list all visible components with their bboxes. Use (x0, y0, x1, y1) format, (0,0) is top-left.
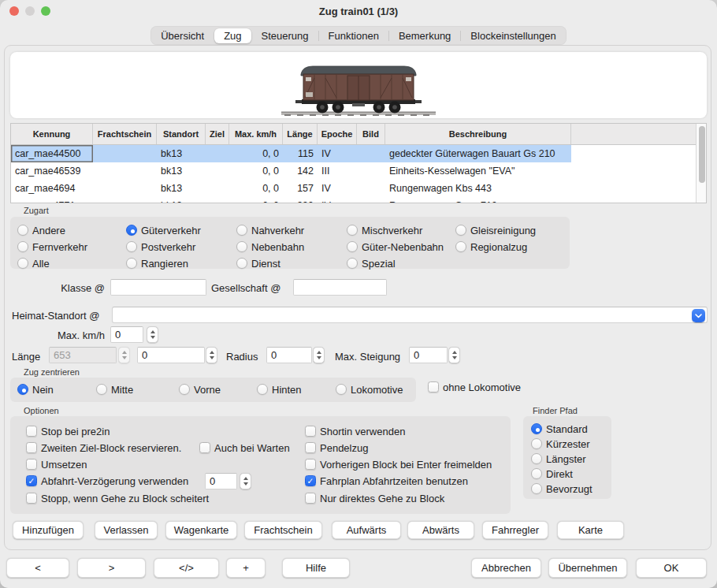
max-steigung-stepper[interactable] (448, 347, 460, 363)
radio-rangieren[interactable]: Rangieren (126, 257, 188, 270)
wagenkarte-button[interactable]: Wagenkarte (165, 521, 237, 539)
tab-uebersicht[interactable]: Übersicht (151, 28, 214, 43)
table-row[interactable]: car_mae46539 bk13 0, 0 142 III Einheits-… (11, 162, 697, 180)
checkbox-auch-bei-warten[interactable]: Auch bei Warten (199, 441, 290, 454)
col-standort[interactable]: Standort (157, 124, 206, 144)
checkbox-abfahrt-verzoegerung[interactable]: Abfahrt-Verzögerung verwenden (26, 474, 188, 487)
radio-gleisreinigung[interactable]: Gleisreinigung (455, 224, 536, 236)
hinzufuegen-button[interactable]: Hinzufügen (13, 521, 84, 539)
radio-direkt[interactable]: Direkt (531, 467, 573, 480)
radio-nein[interactable]: Nein (17, 383, 54, 396)
table-scrollbar[interactable] (696, 124, 706, 203)
table-row[interactable]: car_mae44500 bk13 0, 0 115 IV gedeckter … (11, 145, 697, 162)
checkbox-umsetzen[interactable]: Umsetzen (26, 458, 87, 471)
radio-hinten[interactable]: Hinten (257, 383, 302, 396)
verlassen-button[interactable]: Verlassen (95, 521, 158, 539)
checkbox-ohne-lokomotive[interactable]: ohne Lokomotive (428, 381, 521, 393)
table-header: Kennung Frachtschein Standort Ziel Max. … (11, 124, 697, 145)
table-row[interactable]: car_mae4694 bk13 0, 0 157 IV Rungenwagen… (11, 180, 697, 197)
radio-mischverkehr[interactable]: Mischverkehr (347, 224, 422, 236)
radio-regionalzug[interactable]: Regionalzug (455, 240, 527, 253)
max-kmh-input[interactable] (110, 326, 143, 343)
heimat-standort-label: Heimat-Standort @ (12, 310, 99, 322)
radio-lokomotive[interactable]: Lokomotive (336, 383, 403, 396)
radio-andere[interactable]: Andere (17, 224, 65, 236)
wagon-image (280, 61, 437, 119)
radio-dienst[interactable]: Dienst (236, 257, 280, 270)
finder-pfad-groupbox: Standard Kürzester Längster Direkt Bevor… (523, 416, 611, 499)
table-row[interactable]: car_mae4771 bk13 0, 0 339 IV Rungenwagen… (11, 197, 697, 203)
max-steigung-label: Max. Steigung (335, 351, 400, 363)
radio-gueterverkehr[interactable]: Güterverkehr (126, 224, 201, 236)
abbrechen-button[interactable]: Abbrechen (471, 558, 541, 578)
tab-bemerkung[interactable]: Bemerkung (389, 28, 460, 43)
checkbox-nur-direktes-gehe[interactable]: Nur direktes Gehe zu Block (305, 492, 444, 504)
radio-postverkehr[interactable]: Postverkehr (126, 240, 195, 253)
radio-alle[interactable]: Alle (17, 257, 50, 270)
zugart-groupbox: Andere Güterverkehr Nahverkehr Mischverk… (10, 217, 570, 269)
checkbox-shortin[interactable]: Shortin verwenden (305, 425, 405, 437)
col-max-kmh[interactable]: Max. km/h (229, 124, 283, 144)
prev-button[interactable]: < (6, 558, 69, 578)
window-title: Zug train01 (1/3) (0, 6, 717, 17)
radio-vorne[interactable]: Vorne (179, 383, 221, 396)
col-frachtschein[interactable]: Frachtschein (93, 124, 157, 144)
col-laenge[interactable]: Länge (283, 124, 318, 144)
frachtschein-button[interactable]: Frachtschein (244, 521, 322, 539)
laenge-total-stepper (118, 347, 130, 363)
tab-steuerung[interactable]: Steuerung (252, 28, 318, 43)
radio-fernverkehr[interactable]: Fernverkehr (17, 240, 87, 253)
radio-nebenbahn[interactable]: Nebenbahn (236, 240, 304, 253)
abwaerts-button[interactable]: Abwärts (407, 521, 474, 539)
finder-pfad-group-label: Finder Pfad (533, 406, 578, 415)
checkbox-stop-bei-pre2in[interactable]: Stop bei pre2in (26, 425, 110, 437)
max-kmh-stepper[interactable] (147, 326, 158, 343)
col-epoche[interactable]: Epoche (318, 124, 357, 144)
radio-standard[interactable]: Standard (531, 422, 588, 435)
checkbox-stopp-gehe-zu-block[interactable]: Stopp, wenn Gehe zu Block scheitert (26, 492, 209, 504)
radio-mitte[interactable]: Mitte (96, 383, 133, 396)
zugart-group-label: Zugart (24, 206, 49, 215)
radius-input[interactable] (266, 347, 312, 363)
verzoegerung-input[interactable] (205, 473, 237, 489)
col-kennung[interactable]: Kennung (11, 124, 93, 144)
xml-button[interactable]: </> (154, 558, 219, 578)
radio-bevorzugt[interactable]: Bevorzugt (531, 482, 593, 495)
col-beschreibung[interactable]: Beschreibung (385, 124, 571, 144)
heimat-standort-combobox[interactable] (112, 307, 708, 323)
aufwaerts-button[interactable]: Aufwärts (332, 521, 401, 539)
karte-button[interactable]: Karte (557, 521, 624, 539)
radio-spezial[interactable]: Spezial (347, 257, 396, 270)
gesellschaft-input[interactable] (293, 279, 387, 296)
uebernehmen-button[interactable]: Übernehmen (548, 558, 627, 578)
scrollbar-thumb[interactable] (699, 126, 705, 183)
klasse-input[interactable] (110, 279, 206, 296)
radio-laengster[interactable]: Längster (531, 452, 586, 465)
tab-blockeinstellungen[interactable]: Blockeinstellungen (461, 28, 565, 43)
ok-button[interactable]: OK (636, 558, 707, 578)
radio-nahverkehr[interactable]: Nahverkehr (236, 224, 304, 236)
laenge-input[interactable] (137, 347, 205, 363)
tab-funktionen[interactable]: Funktionen (319, 28, 388, 43)
checkbox-vorherigen-block-freimelden[interactable]: Vorherigen Block bei Enter freimelden (305, 458, 492, 471)
radio-kuerzester[interactable]: Kürzester (531, 437, 590, 450)
radius-stepper[interactable] (313, 347, 325, 363)
next-button[interactable]: > (77, 558, 146, 578)
laenge-label: Länge (12, 351, 40, 363)
checkbox-zweiten-ziel-block[interactable]: Zweiten Ziel-Block reservieren. (26, 441, 181, 454)
col-bild[interactable]: Bild (357, 124, 385, 144)
tab-zug[interactable]: Zug (214, 28, 251, 43)
klasse-label: Klasse @ (55, 282, 105, 294)
chevron-down-icon[interactable] (692, 309, 705, 322)
radio-gueter-nebenbahn[interactable]: Güter-Nebenbahn (347, 240, 444, 253)
col-ziel[interactable]: Ziel (206, 124, 229, 144)
hilfe-button[interactable]: Hilfe (282, 558, 350, 578)
laenge-stepper[interactable] (206, 347, 217, 363)
tab-bar: Übersicht Zug Steuerung Funktionen Bemer… (0, 26, 717, 45)
max-steigung-input[interactable] (409, 347, 448, 363)
add-button[interactable]: + (226, 558, 266, 578)
checkbox-fahrplan-abfahrtzeiten[interactable]: Fahrplan Abfahrtzeiten benutzen (305, 474, 468, 487)
verzoegerung-stepper[interactable] (240, 473, 251, 489)
checkbox-pendelzug[interactable]: Pendelzug (305, 441, 368, 454)
fahrregler-button[interactable]: Fahrregler (482, 521, 548, 539)
